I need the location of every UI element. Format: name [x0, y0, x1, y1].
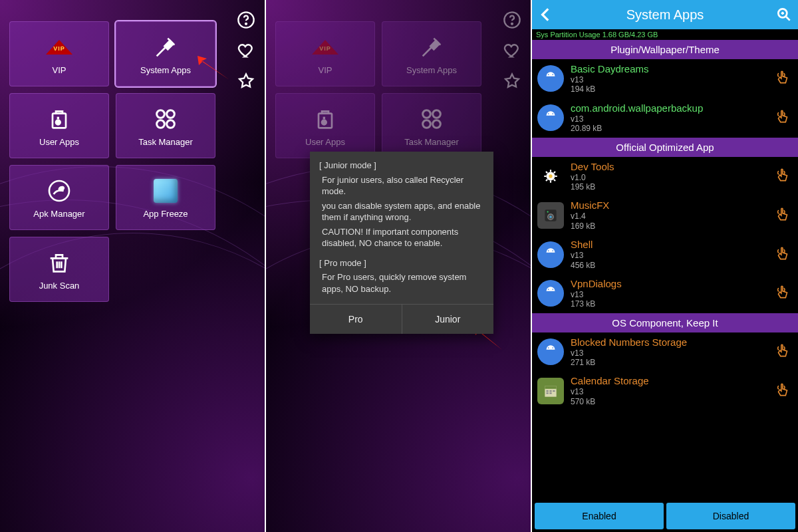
svg-point-21 [548, 113, 549, 114]
svg-rect-6 [157, 120, 165, 128]
hammer-icon [152, 33, 180, 61]
app-version: v13 [571, 387, 767, 396]
section-optimized: Official Optimized App [532, 138, 798, 157]
app-size: 271 kB [571, 358, 767, 367]
calendar-icon [537, 378, 564, 404]
svg-rect-40 [547, 392, 549, 394]
tap-icon [774, 382, 793, 400]
tile-task-manager[interactable]: Task Manager [116, 93, 215, 158]
app-row[interactable]: Basic Daydreams v13 194 kB [532, 59, 798, 98]
svg-point-19 [548, 74, 549, 76]
app-version: v13 [571, 290, 767, 299]
app-row[interactable]: MusicFX v1.4 169 kB [532, 196, 798, 235]
apk-manager-icon [45, 177, 73, 205]
heart-icon[interactable] [235, 40, 257, 61]
android-icon [537, 241, 564, 268]
tab-enabled[interactable]: Enabled [535, 503, 664, 529]
tile-label: Task Manager [404, 137, 459, 147]
hammer-icon [418, 33, 446, 61]
tile-label: User Apps [39, 137, 79, 147]
tile-vip[interactable]: VIP VIP [9, 21, 109, 86]
app-version: v13 [571, 75, 767, 84]
svg-point-31 [548, 289, 549, 290]
tap-icon [774, 284, 793, 303]
tab-disabled[interactable]: Disabled [666, 503, 795, 529]
svg-rect-36 [545, 386, 556, 388]
tile-label: Junk Scan [39, 281, 80, 291]
tile-user-apps: User Apps [275, 93, 375, 158]
freeze-icon [152, 177, 180, 205]
tile-label: App Freeze [143, 209, 188, 219]
side-icon-column [499, 9, 525, 92]
app-row[interactable]: Shell v13 456 kB [532, 235, 798, 274]
svg-point-30 [552, 250, 553, 251]
app-size: 173 kB [571, 299, 767, 309]
svg-point-34 [552, 347, 553, 348]
app-version: v13 [571, 348, 767, 358]
task-manager-icon [152, 105, 180, 133]
svg-point-13 [322, 120, 327, 124]
svg-rect-15 [433, 110, 441, 118]
tap-icon [774, 342, 793, 361]
mode-dialog: [ Junior mode ] For junior users, also c… [310, 152, 493, 334]
annotation-arrow [190, 52, 236, 88]
musicfx-icon [537, 202, 564, 229]
svg-rect-41 [549, 392, 551, 394]
app-size: 20.89 kB [571, 124, 767, 133]
android-icon [537, 104, 564, 131]
section-plugin: Plugin/Wallpaper/Theme [532, 40, 798, 59]
tile-junk-scan[interactable]: Junk Scan [9, 237, 109, 302]
trash-icon [45, 249, 73, 277]
junior-button[interactable]: Junior [402, 305, 494, 334]
tile-apk-manager[interactable]: Apk Manager [9, 165, 109, 230]
svg-point-3 [56, 120, 61, 124]
app-list: Plugin/Wallpaper/Theme Basic Daydreams v… [532, 40, 798, 500]
app-name: MusicFX [571, 200, 767, 211]
svg-rect-7 [167, 120, 175, 128]
heart-icon[interactable] [501, 40, 523, 61]
devtools-icon [537, 163, 564, 190]
svg-point-33 [548, 347, 549, 348]
help-icon[interactable] [501, 9, 523, 31]
tile-app-freeze[interactable]: App Freeze [116, 165, 215, 230]
app-row[interactable]: VpnDialogs v13 173 kB [532, 274, 798, 313]
tile-label: System Apps [406, 65, 457, 75]
svg-point-20 [552, 74, 553, 76]
pro-button[interactable]: Pro [310, 305, 402, 334]
side-icon-column [233, 9, 259, 92]
tile-user-apps[interactable]: User Apps [9, 93, 109, 158]
back-icon[interactable] [537, 6, 555, 23]
app-row[interactable]: Blocked Numbers Storage v13 271 kB [532, 332, 798, 372]
app-row[interactable]: Dev Tools v1.0 195 kB [532, 157, 798, 196]
tile-label: Task Manager [138, 137, 193, 147]
app-size: 169 kB [571, 221, 767, 231]
dialog-text: For junior users, also called Recycler m… [319, 174, 484, 198]
svg-point-32 [552, 289, 553, 290]
svg-point-28 [547, 211, 549, 212]
star-icon[interactable] [235, 70, 257, 92]
android-icon [537, 280, 564, 307]
svg-rect-5 [167, 110, 175, 118]
dialog-text: CAUTION! If important components disable… [319, 226, 484, 249]
partition-usage: Sys Partition Usage 1.68 GB/4.23 GB [532, 29, 798, 40]
app-row[interactable]: com.android.wallpaperbackup v13 20.89 kB [532, 98, 798, 138]
user-apps-icon [311, 105, 339, 133]
star-icon[interactable] [501, 70, 523, 92]
app-name: VpnDialogs [571, 278, 767, 290]
tile-vip: VIP VIP [275, 21, 375, 86]
app-name: Dev Tools [571, 161, 767, 173]
svg-point-1 [245, 23, 247, 25]
tile-label: VIP [53, 65, 66, 75]
dialog-text: For Pro users, quickly remove system app… [319, 271, 484, 295]
svg-rect-4 [157, 110, 165, 118]
tap-icon [774, 245, 793, 264]
help-icon[interactable] [235, 9, 257, 31]
search-icon[interactable] [775, 6, 793, 23]
app-size: 195 kB [571, 182, 767, 192]
app-row[interactable]: Calendar Storage v13 570 kB [532, 371, 798, 410]
svg-rect-17 [433, 120, 441, 128]
android-icon [537, 65, 564, 92]
user-apps-icon [45, 105, 73, 133]
tile-task-manager: Task Manager [382, 93, 481, 158]
panel-mode-dialog: VIP VIP System Apps User Apps Task Manag… [266, 0, 532, 532]
